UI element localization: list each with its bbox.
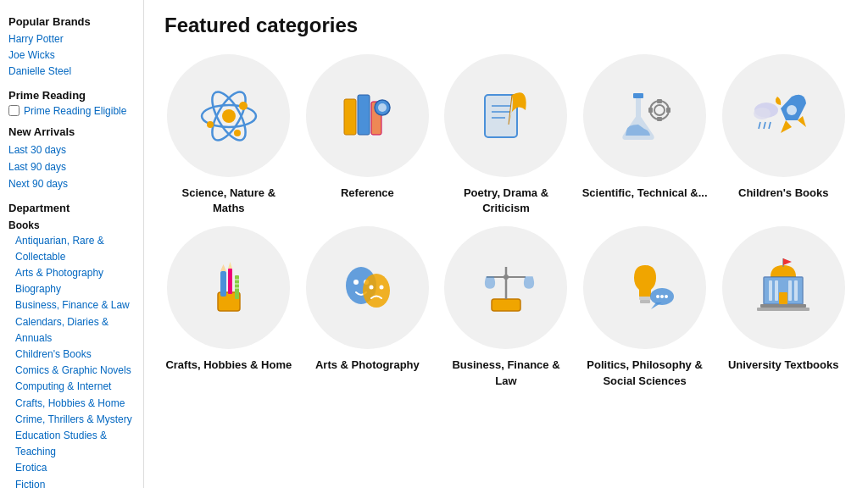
svg-marker-59 [783, 258, 792, 265]
category-scientific-icon [583, 54, 706, 177]
svg-point-50 [504, 274, 509, 280]
dept-calendars[interactable]: Calendars, Diaries & Annuals [8, 314, 135, 347]
dept-erotica[interactable]: Erotica [8, 460, 135, 476]
next-90-days-link[interactable]: Next 90 days [8, 175, 135, 192]
svg-point-4 [239, 102, 248, 110]
svg-rect-47 [492, 299, 520, 311]
svg-rect-62 [775, 280, 778, 301]
new-arrivals-title: New Arrivals [8, 125, 135, 138]
category-scientific[interactable]: Scientific, Technical &... [581, 54, 709, 216]
dept-biography[interactable]: Biography [8, 281, 135, 297]
svg-line-31 [769, 122, 771, 129]
svg-rect-64 [794, 280, 798, 301]
svg-line-30 [764, 122, 765, 129]
svg-point-0 [222, 109, 236, 123]
svg-rect-63 [788, 280, 792, 301]
svg-rect-22 [657, 99, 662, 103]
svg-rect-19 [633, 93, 643, 98]
svg-rect-66 [760, 304, 806, 308]
dept-arts-photography[interactable]: Arts & Photography [8, 265, 135, 281]
svg-point-26 [787, 105, 797, 115]
svg-point-28 [754, 108, 771, 119]
category-science-label: Science, Nature & Maths [164, 186, 293, 216]
svg-rect-24 [648, 108, 653, 113]
dept-antiquarian[interactable]: Antiquarian, Rare & Collectable [8, 233, 135, 265]
category-childrens-icon [722, 54, 845, 177]
svg-point-42 [353, 280, 359, 285]
svg-rect-67 [757, 308, 810, 311]
category-scientific-label: Scientific, Technical &... [582, 186, 708, 201]
dept-crafts[interactable]: Crafts, Hobbies & Home [8, 396, 135, 412]
dept-computing[interactable]: Computing & Internet [8, 379, 135, 395]
prime-reading-title: Prime Reading [8, 89, 135, 102]
last-30-days-link[interactable]: Last 30 days [8, 141, 135, 158]
brand-joe-wicks[interactable]: Joe Wicks [8, 47, 135, 64]
svg-rect-7 [344, 99, 356, 135]
category-reference-label: Reference [341, 186, 394, 201]
category-science-icon [167, 54, 290, 177]
department-title: Department [8, 202, 135, 214]
svg-point-20 [650, 101, 669, 119]
category-university-icon [722, 226, 845, 349]
category-childrens-label: Children's Books [738, 186, 828, 201]
books-subtitle: Books [8, 219, 135, 231]
category-university[interactable]: University Textbooks [719, 226, 848, 388]
category-business[interactable]: Business, Finance & Law [442, 226, 570, 388]
svg-point-55 [656, 295, 659, 298]
svg-rect-52 [640, 300, 650, 303]
dept-crime[interactable]: Crime, Thrillers & Mystery [8, 412, 135, 428]
category-politics-label: Politics, Philosophy & Social Sciences [581, 358, 709, 388]
category-business-label: Business, Finance & Law [442, 358, 570, 388]
svg-point-56 [660, 295, 664, 298]
svg-rect-8 [358, 95, 370, 135]
category-arts-icon [306, 226, 429, 349]
svg-rect-12 [485, 95, 517, 137]
svg-rect-35 [228, 269, 232, 294]
category-poetry[interactable]: Poetry, Drama & Criticism [442, 54, 570, 216]
svg-point-45 [370, 285, 374, 289]
prime-reading-checkbox[interactable] [8, 105, 19, 116]
svg-point-57 [665, 295, 668, 298]
svg-rect-61 [769, 280, 772, 301]
svg-point-6 [234, 130, 241, 136]
svg-rect-37 [235, 275, 239, 299]
svg-point-46 [380, 285, 384, 289]
category-reference[interactable]: Reference [303, 54, 432, 216]
brand-danielle-steel[interactable]: Danielle Steel [8, 64, 135, 80]
category-politics[interactable]: Politics, Philosophy & Social Sciences [581, 226, 709, 388]
dept-fiction[interactable]: Fiction [8, 477, 135, 488]
dept-business[interactable]: Business, Finance & Law [8, 297, 135, 313]
category-arts[interactable]: Arts & Photography [303, 226, 432, 388]
category-reference-icon [306, 54, 429, 177]
category-science[interactable]: Science, Nature & Maths [164, 54, 293, 216]
category-university-label: University Textbooks [728, 358, 839, 373]
categories-grid: Science, Nature & Maths Reference [164, 54, 848, 389]
category-politics-icon [583, 226, 706, 349]
category-childrens[interactable]: Children's Books [719, 54, 848, 216]
dept-education[interactable]: Education Studies & Teaching [8, 428, 135, 460]
category-crafts[interactable]: Crafts, Hobbies & Home [164, 226, 293, 388]
svg-point-44 [363, 274, 390, 308]
category-poetry-icon [444, 54, 567, 177]
svg-rect-33 [220, 271, 226, 297]
category-business-icon [444, 226, 567, 349]
popular-brands-title: Popular Brands [8, 15, 135, 28]
main-content: Featured categories Science, Nature & Ma… [144, 0, 868, 488]
prime-reading-label[interactable]: Prime Reading Eligible [24, 105, 126, 117]
category-crafts-icon [167, 226, 290, 349]
svg-point-21 [654, 105, 665, 115]
dept-comics[interactable]: Comics & Graphic Novels [8, 363, 135, 379]
svg-marker-36 [228, 262, 232, 269]
category-arts-label: Arts & Photography [315, 358, 420, 373]
prime-reading-row: Prime Reading Eligible [8, 105, 135, 117]
dept-childrens[interactable]: Children's Books [8, 347, 135, 363]
svg-line-29 [759, 122, 760, 129]
page-title: Featured categories [164, 14, 848, 37]
svg-rect-51 [639, 297, 651, 300]
category-crafts-label: Crafts, Hobbies & Home [165, 358, 292, 373]
svg-point-11 [378, 103, 387, 112]
category-poetry-label: Poetry, Drama & Criticism [442, 186, 570, 216]
svg-marker-34 [220, 264, 226, 271]
last-90-days-link[interactable]: Last 90 days [8, 158, 135, 175]
brand-harry-potter[interactable]: Harry Potter [8, 31, 135, 47]
